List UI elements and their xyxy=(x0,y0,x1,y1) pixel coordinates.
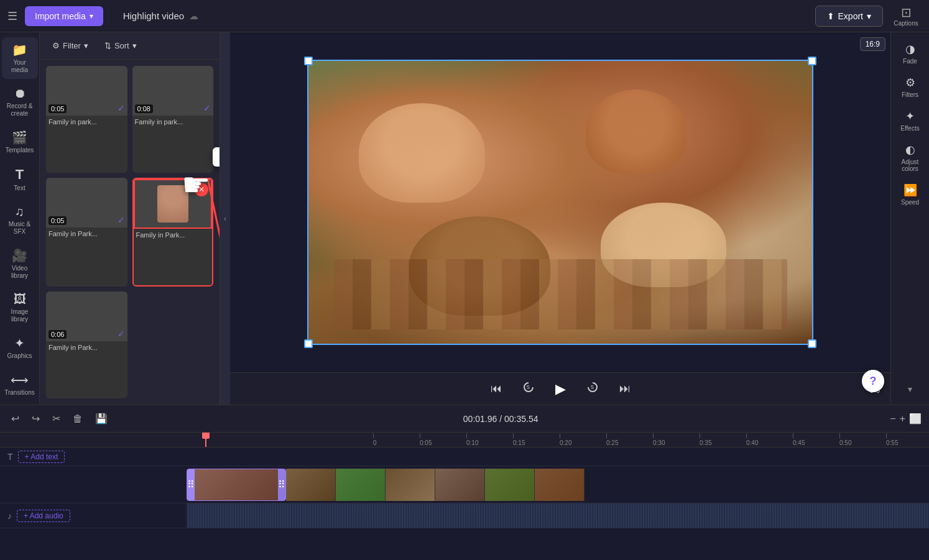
text-track: T + Add text xyxy=(0,448,929,466)
sidebar-item-text[interactable]: T Text xyxy=(2,162,38,197)
video-clip-3[interactable] xyxy=(336,469,386,501)
sidebar-item-graphics[interactable]: ✦ Graphics xyxy=(2,331,38,365)
resize-handle-br[interactable] xyxy=(808,339,816,348)
undo-button[interactable]: ↩ xyxy=(7,410,23,427)
main-area: 📁 Your media ⏺ Record &create 🎬 Template… xyxy=(0,32,929,405)
skip-back-button[interactable]: ⏮ xyxy=(488,380,504,398)
video-clip-5[interactable] xyxy=(435,469,485,501)
media-item-5[interactable]: 0:06 ✓ Family in Park... xyxy=(46,291,127,398)
forward-button[interactable]: 5 xyxy=(583,378,602,400)
menu-icon[interactable]: ☰ xyxy=(7,9,17,23)
filter-button[interactable]: ⚙ Filter ▾ xyxy=(47,39,93,53)
import-chevron-icon: ▾ xyxy=(90,12,93,21)
import-media-button[interactable]: Import media ▾ xyxy=(25,6,103,26)
record-icon: ⏺ xyxy=(14,86,26,101)
timeline-ruler: 0 0:05 0:10 0:15 0:20 0:25 0:30 0:35 0:4… xyxy=(0,433,929,448)
zoom-in-button[interactable]: + xyxy=(900,413,905,425)
sidebar-item-templates[interactable]: 🎬 Templates xyxy=(2,125,38,159)
graphics-icon: ✦ xyxy=(14,336,25,351)
fade-icon: ◑ xyxy=(905,42,915,56)
ruler-mark-2: 0:10 xyxy=(466,433,513,446)
right-sidebar-item-adjust-colors[interactable]: ◐ Adjust colors xyxy=(892,138,928,177)
right-sidebar-item-fade[interactable]: ◑ Fade xyxy=(892,37,928,70)
cut-button[interactable]: ✂ xyxy=(49,410,64,427)
fit-timeline-button[interactable]: ⬜ xyxy=(909,413,922,425)
preview-area: 16:9 ⏮ 5 ▶ 5 xyxy=(230,32,890,405)
media-check-3: ✓ xyxy=(118,215,125,225)
video-clip-main[interactable]: ⠿ ⠿ xyxy=(187,469,286,501)
ruler-mark-9: 0:45 xyxy=(793,433,839,446)
media-grid: 0:05 ✓ Family in park... 0:08 ✓ Family i… xyxy=(40,60,220,405)
audio-waveform xyxy=(187,503,929,528)
your-media-icon: 📁 xyxy=(12,42,27,57)
sort-button[interactable]: ⇅ Sort ▾ xyxy=(99,39,142,53)
right-sidebar-collapse[interactable]: ▾ xyxy=(908,383,912,400)
ruler-mark-1: 0:05 xyxy=(420,433,466,446)
panel-collapse-button[interactable]: ‹ xyxy=(220,32,230,405)
resize-handle-bl[interactable] xyxy=(304,339,313,348)
clip-handle-right[interactable]: ⠿ xyxy=(278,469,285,500)
resize-handle-tr[interactable] xyxy=(808,57,816,65)
music-icon: ♫ xyxy=(15,204,24,219)
sidebar-item-image-library[interactable]: 🖼 Image library xyxy=(2,287,38,328)
clip-handle-left[interactable]: ⠿ xyxy=(187,469,195,500)
media-thumb-1: 0:05 ✓ xyxy=(46,66,127,116)
zoom-out-button[interactable]: − xyxy=(890,413,895,425)
drag-arrow xyxy=(195,172,220,405)
video-clip-2[interactable] xyxy=(286,469,336,501)
preview-canvas: 16:9 xyxy=(230,32,890,372)
video-clip-7[interactable] xyxy=(535,469,585,501)
topbar: ☰ Import media ▾ Highlight video ☁ ⬆ Exp… xyxy=(0,0,929,32)
ruler-mark-11: 0:55 xyxy=(886,433,929,446)
right-sidebar-item-speed[interactable]: ⏩ Speed xyxy=(892,178,928,211)
text-track-label: T + Add text xyxy=(0,451,187,463)
export-button[interactable]: ⬆ Export ▾ xyxy=(815,6,883,27)
media-item-2[interactable]: 0:08 ✓ Family in park... xyxy=(132,66,214,173)
audio-track-content xyxy=(187,503,929,528)
ruler-mark-5: 0:25 xyxy=(606,433,653,446)
save-frame-button[interactable]: 💾 xyxy=(91,410,111,427)
add-text-button[interactable]: + Add text xyxy=(18,451,65,463)
skip-forward-button[interactable]: ⏭ xyxy=(617,380,633,398)
video-clip-4[interactable] xyxy=(386,469,435,501)
sidebar-item-video-library[interactable]: 🎥 Video library xyxy=(2,243,38,285)
right-sidebar-item-effects[interactable]: ✦ Effects xyxy=(892,104,928,137)
project-title: Highlight video ☁ xyxy=(111,11,808,22)
adjust-colors-icon: ◐ xyxy=(905,143,915,157)
captions-icon: ⊡ xyxy=(901,5,912,20)
text-track-icon: T xyxy=(7,452,13,462)
text-track-content xyxy=(187,448,929,466)
help-button[interactable]: ? xyxy=(862,370,884,392)
media-panel-header: ⚙ Filter ▾ ⇅ Sort ▾ xyxy=(40,32,220,60)
timeline-tracks: T + Add text ⠿ xyxy=(0,448,929,560)
play-button[interactable]: ▶ xyxy=(553,379,568,400)
rewind-button[interactable]: 5 xyxy=(519,378,538,400)
aspect-ratio-badge[interactable]: 16:9 xyxy=(860,37,885,51)
timeline-content: 0 0:05 0:10 0:15 0:20 0:25 0:30 0:35 0:4… xyxy=(0,433,929,560)
ruler-mark-8: 0:40 xyxy=(746,433,793,446)
audio-track-label: ♪ + Add audio xyxy=(0,510,187,522)
image-library-icon: 🖼 xyxy=(14,292,26,306)
video-track: ⠿ ⠿ xyxy=(0,466,929,503)
media-duration-5: 0:06 xyxy=(49,330,67,339)
video-clip-6[interactable] xyxy=(485,469,535,501)
media-item-1[interactable]: 0:05 ✓ Family in park... xyxy=(46,66,127,173)
media-item-3[interactable]: 0:05 ✓ Family in Park... xyxy=(46,178,127,287)
sort-chevron-icon: ▾ xyxy=(132,41,137,50)
sidebar-item-music-sfx[interactable]: ♫ Music & SFX xyxy=(2,200,38,241)
svg-line-1 xyxy=(208,178,220,405)
video-library-icon: 🎥 xyxy=(12,248,27,263)
sidebar-item-transitions[interactable]: ⟷ Transitions xyxy=(2,367,38,402)
redo-button[interactable]: ↪ xyxy=(28,410,44,427)
right-sidebar-item-filters[interactable]: ⚙ Filters xyxy=(892,71,928,103)
sidebar-item-your-media[interactable]: 📁 Your media xyxy=(2,37,38,79)
add-audio-button[interactable]: + Add audio xyxy=(17,510,70,522)
timeline-playhead[interactable] xyxy=(205,433,206,447)
delete-button[interactable]: 🗑 xyxy=(69,411,86,427)
resize-handle-tl[interactable] xyxy=(304,57,313,65)
captions-button[interactable]: ⊡ Captions xyxy=(890,5,922,27)
media-thumb-3: 0:05 ✓ xyxy=(46,178,127,227)
sidebar-item-record[interactable]: ⏺ Record &create xyxy=(2,81,38,122)
playback-controls: ⏮ 5 ▶ 5 ⏭ ⛶ xyxy=(230,372,890,405)
playhead-handle[interactable] xyxy=(202,433,210,439)
